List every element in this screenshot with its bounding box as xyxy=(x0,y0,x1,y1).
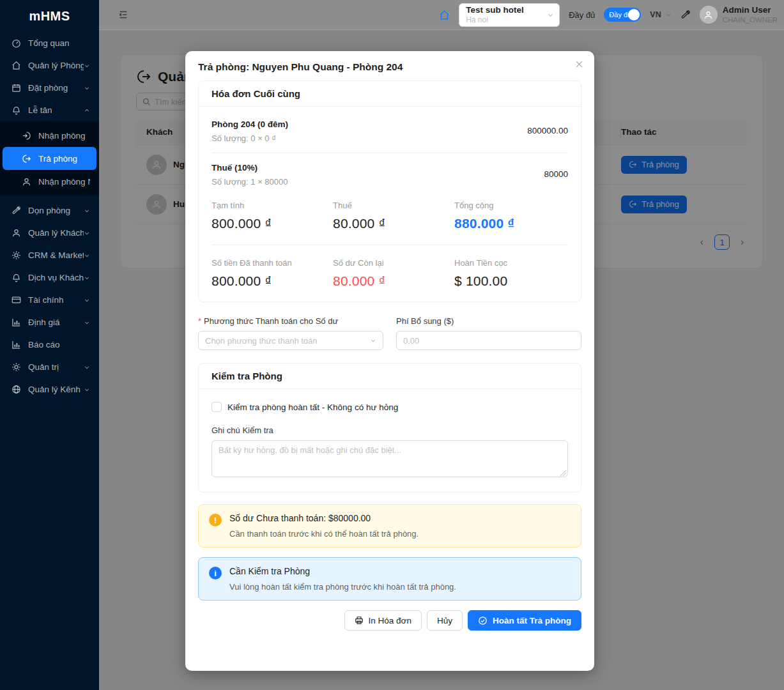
chevron-down-icon xyxy=(84,319,90,326)
warning-description: Cần thanh toán trước khi có thể hoàn tất… xyxy=(229,529,419,539)
sidebar-item-channel-management[interactable]: Quản lý Kênh xyxy=(0,378,99,401)
warning-icon: ! xyxy=(209,514,222,526)
dashboard-icon xyxy=(12,38,22,48)
mode-toggle[interactable]: Đầy đủ xyxy=(604,8,641,22)
deposit-refund-value: $ 100.00 xyxy=(454,273,568,289)
inspection-card-header: Kiểm tra Phòng xyxy=(199,364,581,389)
bell-icon xyxy=(12,273,22,282)
invoice-line-item: Phòng 204 (0 đêm) Số lượng: 0 × 0 ₫ 8000… xyxy=(211,119,568,143)
sidebar-item-check-in[interactable]: Nhận phòng xyxy=(0,124,99,147)
tax-value: 80.000 ₫ xyxy=(333,216,454,231)
menu-fold-icon[interactable] xyxy=(118,10,128,20)
info-description: Vui lòng hoàn tất kiểm tra phòng trước k… xyxy=(229,582,456,592)
chart-icon xyxy=(12,318,22,327)
chevron-down-icon xyxy=(547,12,554,19)
info-title: Cần Kiểm tra Phòng xyxy=(229,566,456,576)
sidebar-item-pricing[interactable]: Định giá xyxy=(0,311,99,334)
app-logo: mHMS xyxy=(0,0,99,32)
line-item-amount: 800000.00 xyxy=(527,126,568,135)
sidebar-item-front-desk[interactable]: Lễ tân xyxy=(0,99,99,121)
home-icon xyxy=(439,10,450,20)
checkout-modal: Trả phòng: Nguyen Phu Quang - Phòng 204 … xyxy=(185,51,594,671)
sidebar-item-walk-in[interactable]: Nhận phòng N... xyxy=(0,170,99,193)
hotel-select[interactable]: Test sub hotel Ha noi xyxy=(459,3,560,27)
inspection-notes-textarea[interactable] xyxy=(211,440,568,477)
warning-title: Số dư Chưa thanh toán: $80000.00 xyxy=(229,513,419,523)
sidebar-item-finance[interactable]: Tài chính xyxy=(0,289,99,311)
extra-fee-label: Phí Bổ sung ($) xyxy=(396,316,581,326)
sidebar-item-room-management[interactable]: Quản lý Phòng xyxy=(0,54,99,77)
modal-footer: In Hóa đơn Hủy Hoàn tất Trả phòng xyxy=(198,610,581,631)
globe-icon xyxy=(12,385,22,394)
sidebar-item-booking[interactable]: Đặt phòng xyxy=(0,77,99,99)
user-icon xyxy=(12,228,22,238)
inspection-checkbox-row[interactable]: Kiểm tra phòng hoàn tất - Không có hư hỏ… xyxy=(211,402,568,412)
invoice-card-header: Hóa đơn Cuối cùng xyxy=(199,81,581,107)
amount-paid-value: 800.000 ₫ xyxy=(211,273,333,289)
sidebar-item-label: Tổng quan xyxy=(28,38,90,48)
line-item-amount: 80000 xyxy=(544,169,568,179)
inspection-checkbox[interactable] xyxy=(211,402,222,412)
check-circle-icon xyxy=(478,616,488,625)
sidebar-item-guest-management[interactable]: Quản lý Khách ... xyxy=(0,222,99,244)
subtotal-value: 800.000 ₫ xyxy=(211,216,333,231)
gear-icon xyxy=(12,250,22,260)
sidebar-item-label: Nhận phòng xyxy=(38,131,90,141)
sidebar-item-check-out[interactable]: Trả phòng xyxy=(3,147,96,170)
sidebar-item-label: Định giá xyxy=(28,318,84,327)
home-icon xyxy=(12,61,22,70)
chevron-down-icon xyxy=(665,12,672,18)
payment-method-select[interactable]: Chọn phương thức thanh toán xyxy=(198,331,383,350)
hotel-name: Test sub hotel xyxy=(466,5,547,15)
sidebar-item-label: Đặt phòng xyxy=(28,83,84,93)
sidebar-item-label: Dịch vụ Khách xyxy=(28,273,84,282)
line-item-quantity: Số lượng: 1 × 80000 xyxy=(211,177,288,187)
login-icon xyxy=(22,131,32,141)
sidebar-item-label: Lễ tân xyxy=(28,105,84,115)
sidebar-item-label: Báo cáo xyxy=(28,340,90,349)
inspection-card: Kiểm tra Phòng Kiểm tra phòng hoàn tất -… xyxy=(198,363,581,493)
payment-method-label: *Phương thức Thanh toán cho Số dư xyxy=(198,316,383,326)
mode-label: Đầy đủ xyxy=(569,10,595,20)
sidebar-item-label: Quản trị xyxy=(28,362,84,372)
close-icon[interactable] xyxy=(574,59,584,69)
inspection-required-alert: i Cần Kiểm tra Phòng Vui lòng hoàn tất k… xyxy=(198,557,581,601)
extra-fee-input[interactable] xyxy=(396,331,581,350)
wrench-icon xyxy=(12,206,22,215)
chevron-down-icon xyxy=(370,337,376,344)
print-invoice-button[interactable]: In Hóa đơn xyxy=(344,610,422,631)
sidebar-item-reports[interactable]: Báo cáo xyxy=(0,334,99,356)
sidebar-item-overview[interactable]: Tổng quan xyxy=(0,32,99,54)
wrench-icon[interactable] xyxy=(680,10,691,20)
complete-checkout-button[interactable]: Hoàn tất Trả phòng xyxy=(468,610,581,631)
payment-method-placeholder: Chọn phương thức thanh toán xyxy=(205,336,370,346)
chevron-down-icon xyxy=(84,85,90,91)
chevron-down-icon xyxy=(84,63,90,69)
info-icon: i xyxy=(209,567,222,579)
printer-icon xyxy=(355,616,364,625)
total-value: 880.000 ₫ xyxy=(454,216,568,231)
sidebar-item-label: Quản lý Kênh xyxy=(28,385,84,394)
resize-handle[interactable] xyxy=(560,470,566,476)
sidebar-item-label: Trả phòng xyxy=(38,154,88,164)
user-menu[interactable]: Admin User CHAIN_OWNER xyxy=(700,5,778,24)
balance-due-value: 80.000 ₫ xyxy=(333,273,454,289)
sidebar-item-guest-services[interactable]: Dịch vụ Khách xyxy=(0,266,99,289)
chevron-down-icon xyxy=(84,252,90,259)
tax-label: Thuế xyxy=(333,201,454,210)
sidebar-item-crm-marketing[interactable]: CRM & Marketi... xyxy=(0,244,99,266)
sidebar-item-housekeeping[interactable]: Dọn phòng xyxy=(0,199,99,222)
chevron-up-icon xyxy=(84,107,90,114)
payment-summary-row: Số tiền Đã thanh toán 800.000 ₫ Số dư Cò… xyxy=(211,258,568,289)
gear-icon xyxy=(12,362,22,372)
language-select[interactable]: VN xyxy=(650,10,671,19)
user-role: CHAIN_OWNER xyxy=(723,15,778,24)
front-desk-submenu: Nhận phòng Trả phòng Nhận phòng N... xyxy=(0,121,99,195)
calendar-icon xyxy=(12,83,22,93)
inspection-checkbox-label: Kiểm tra phòng hoàn tất - Không có hư hỏ… xyxy=(227,402,398,412)
sidebar-item-label: Tài chính xyxy=(28,295,84,305)
invoice-summary-row: Tạm tính 800.000 ₫ Thuế 80.000 ₫ Tổng cộ… xyxy=(211,201,568,231)
user-name: Admin User xyxy=(723,5,778,15)
sidebar-item-administration[interactable]: Quản trị xyxy=(0,356,99,378)
cancel-button[interactable]: Hủy xyxy=(427,610,463,631)
